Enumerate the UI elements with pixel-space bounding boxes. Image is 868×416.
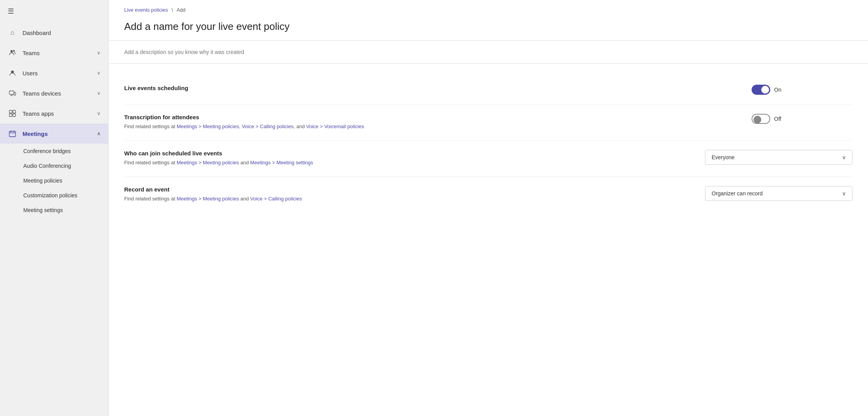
sidebar: ☰ ⌂ Dashboard Teams ∨ Users ∨ Teams devi… [0, 0, 109, 416]
svg-point-0 [10, 50, 13, 52]
transcription-toggle[interactable] [752, 114, 770, 124]
who-can-join-info: Who can join scheduled live events Find … [124, 150, 705, 167]
record-event-dropdown[interactable]: Organizer can record ∨ [705, 186, 852, 201]
svg-rect-9 [9, 114, 12, 117]
live-events-scheduling-label: Live events scheduling [124, 85, 736, 91]
svg-rect-6 [14, 92, 16, 95]
devices-icon [8, 89, 17, 98]
transcription-link1[interactable]: Meetings > Meeting policies [177, 124, 239, 129]
sidebar-subitem-customization-policies[interactable]: Customization policies [0, 188, 108, 203]
who-can-join-dropdown-value: Everyone [712, 154, 735, 160]
record-event-row: Record an event Find related settings at… [124, 177, 852, 212]
who-can-join-link1[interactable]: Meetings > Meeting policies [177, 160, 239, 165]
record-event-control: Organizer can record ∨ [705, 186, 852, 201]
home-icon: ⌂ [8, 28, 17, 37]
breadcrumb: Live events policies \ Add [109, 0, 868, 17]
who-can-join-row: Who can join scheduled live events Find … [124, 141, 852, 177]
live-events-scheduling-toggle[interactable] [752, 85, 770, 95]
sidebar-item-teams-apps[interactable]: Teams apps ∨ [0, 103, 108, 124]
subitem-label: Conference bridges [23, 148, 71, 154]
live-events-scheduling-info: Live events scheduling [124, 85, 752, 94]
chevron-up-icon: ∧ [97, 131, 100, 136]
live-events-scheduling-control: On [752, 85, 852, 95]
toggle-wrapper: On [752, 85, 781, 95]
who-can-join-desc: Find related settings at Meetings > Meet… [124, 159, 690, 167]
sidebar-header: ☰ [0, 0, 108, 23]
chevron-down-icon: ∨ [97, 111, 100, 116]
subitem-label: Meeting settings [23, 207, 63, 213]
transcription-info: Transcription for attendees Find related… [124, 114, 752, 131]
settings-section: Live events scheduling On Transcription … [109, 64, 868, 224]
record-event-dropdown-wrapper: Organizer can record ∨ [705, 186, 852, 201]
chevron-down-icon: ∨ [97, 91, 100, 96]
breadcrumb-link[interactable]: Live events policies [124, 7, 168, 13]
sidebar-item-label: Meetings [23, 131, 97, 137]
who-can-join-dropdown[interactable]: Everyone ∨ [705, 150, 852, 165]
transcription-desc: Find related settings at Meetings > Meet… [124, 123, 736, 131]
chevron-down-icon: ∨ [842, 154, 846, 160]
record-event-desc: Find related settings at Meetings > Meet… [124, 195, 690, 203]
sidebar-item-label: Teams devices [23, 90, 97, 97]
transcription-control: Off [752, 114, 852, 124]
subitem-label: Meeting policies [23, 178, 62, 184]
record-event-link2[interactable]: Voice > Calling policies [250, 196, 302, 202]
breadcrumb-current: Add [177, 7, 185, 13]
name-description-section [109, 41, 868, 64]
record-event-label: Record an event [124, 186, 690, 193]
transcription-label: Transcription for attendees [124, 114, 736, 120]
record-event-info: Record an event Find related settings at… [124, 186, 705, 203]
who-can-join-link2[interactable]: Meetings > Meeting settings [250, 160, 313, 165]
sidebar-item-dashboard[interactable]: ⌂ Dashboard [0, 23, 108, 43]
main-content: Live events policies \ Add Add a name fo… [109, 0, 868, 416]
svg-rect-7 [9, 110, 12, 113]
transcription-state-label: Off [774, 116, 781, 122]
meetings-icon [8, 129, 17, 138]
record-event-dropdown-value: Organizer can record [712, 190, 763, 197]
who-can-join-control: Everyone ∨ [705, 150, 852, 165]
breadcrumb-separator: \ [172, 7, 173, 13]
apps-icon [8, 109, 17, 118]
chevron-down-icon: ∨ [97, 70, 100, 76]
page-title: Add a name for your live event policy [109, 17, 868, 41]
sidebar-item-meetings[interactable]: Meetings ∧ [0, 124, 108, 144]
who-can-join-dropdown-wrapper: Everyone ∨ [705, 150, 852, 165]
sidebar-item-teams[interactable]: Teams ∨ [0, 43, 108, 63]
subitem-label: Customization policies [23, 192, 77, 198]
transcription-row: Transcription for attendees Find related… [124, 104, 852, 141]
svg-rect-10 [13, 114, 16, 117]
svg-point-1 [13, 50, 15, 52]
users-icon [8, 68, 17, 78]
sidebar-item-label: Users [23, 70, 97, 77]
chevron-down-icon: ∨ [97, 50, 100, 56]
teams-icon [8, 48, 17, 57]
sidebar-subitem-conference-bridges[interactable]: Conference bridges [0, 144, 108, 158]
policy-name-input[interactable] [124, 49, 852, 55]
svg-rect-11 [9, 131, 16, 137]
live-events-scheduling-state-label: On [774, 87, 781, 93]
sidebar-item-label: Teams [23, 50, 97, 56]
who-can-join-label: Who can join scheduled live events [124, 150, 690, 157]
sidebar-item-users[interactable]: Users ∨ [0, 63, 108, 83]
sidebar-item-label: Dashboard [23, 30, 100, 36]
svg-rect-3 [9, 91, 14, 94]
hamburger-icon[interactable]: ☰ [8, 7, 14, 16]
sidebar-subitem-meeting-settings[interactable]: Meeting settings [0, 203, 108, 218]
subitem-label: Audio Conferencing [23, 163, 71, 169]
record-event-link1[interactable]: Meetings > Meeting policies [177, 196, 239, 202]
chevron-down-icon: ∨ [842, 190, 846, 197]
toggle-knob [761, 86, 769, 94]
sidebar-subitem-audio-conferencing[interactable]: Audio Conferencing [0, 158, 108, 173]
sidebar-item-label: Teams apps [23, 110, 97, 117]
transcription-link3[interactable]: Voice > Voicemail policies [306, 124, 364, 129]
sidebar-item-teams-devices[interactable]: Teams devices ∨ [0, 83, 108, 103]
toggle-knob-transcription [754, 116, 761, 124]
svg-rect-8 [13, 110, 16, 113]
live-events-scheduling-row: Live events scheduling On [124, 75, 852, 104]
transcription-link2[interactable]: Voice > Calling policies [242, 124, 293, 129]
sidebar-subitem-meeting-policies[interactable]: Meeting policies [0, 173, 108, 188]
toggle-wrapper-transcription: Off [752, 114, 781, 124]
